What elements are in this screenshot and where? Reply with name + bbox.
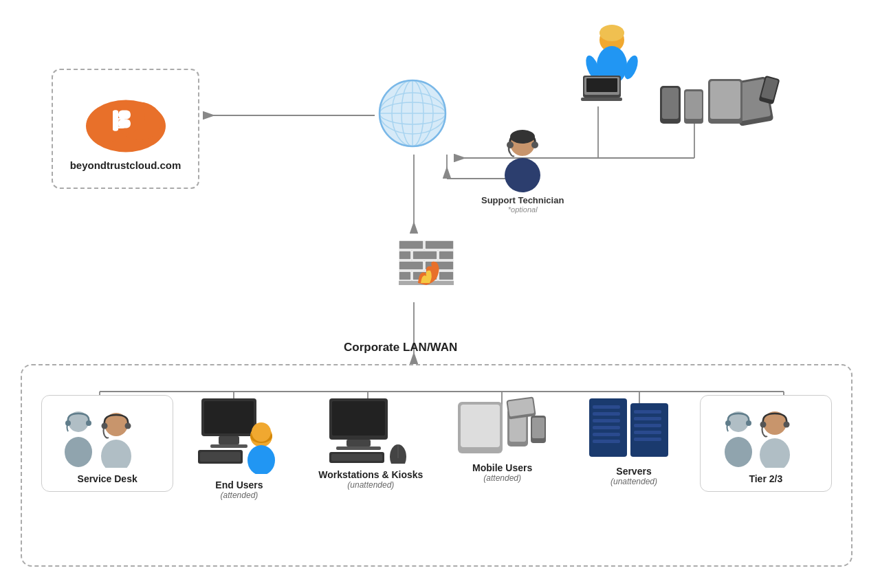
end-users-icon xyxy=(198,395,280,474)
svg-rect-64 xyxy=(425,240,454,249)
devices-wrap xyxy=(660,76,784,140)
beyondtrust-label: beyondtrustcloud.com xyxy=(70,159,182,171)
svg-point-127 xyxy=(783,422,789,428)
servers-label: Servers xyxy=(616,466,651,477)
svg-rect-70 xyxy=(399,271,411,280)
cloud-icon: B xyxy=(81,87,170,155)
diagram-container: B beyondtrustcloud.com xyxy=(0,0,880,588)
svg-rect-93 xyxy=(346,440,371,446)
node-service-desk: Service Desk xyxy=(41,395,173,492)
svg-rect-111 xyxy=(593,426,620,429)
svg-rect-94 xyxy=(336,446,381,450)
svg-rect-118 xyxy=(634,431,661,434)
svg-rect-82 xyxy=(204,401,254,433)
node-end-users: End Users (attended) xyxy=(173,395,305,500)
svg-point-87 xyxy=(252,422,271,442)
support-tech-sublabel: *optional xyxy=(508,205,538,214)
svg-rect-100 xyxy=(461,405,500,447)
beyondtrust-box: B beyondtrustcloud.com xyxy=(52,69,199,189)
firewall-wrap xyxy=(392,234,461,302)
svg-point-78 xyxy=(101,440,131,468)
servers-sublabel: (unattended) xyxy=(610,477,657,486)
svg-rect-112 xyxy=(593,433,620,436)
devices-icon xyxy=(660,76,784,137)
svg-rect-68 xyxy=(399,261,424,270)
svg-rect-67 xyxy=(439,251,454,260)
svg-point-39 xyxy=(600,25,624,41)
end-users-label: End Users xyxy=(215,479,263,490)
node-tier23: Tier 2/3 xyxy=(700,395,832,492)
svg-point-61 xyxy=(531,142,538,148)
svg-rect-72 xyxy=(439,271,454,280)
node-workstations: Workstations & Kiosks (unattended) xyxy=(305,395,437,490)
svg-rect-119 xyxy=(634,438,661,441)
svg-rect-65 xyxy=(399,251,411,260)
svg-rect-50 xyxy=(710,81,740,119)
svg-rect-113 xyxy=(593,440,620,443)
svg-rect-90 xyxy=(200,452,241,462)
svg-rect-110 xyxy=(593,419,620,422)
svg-rect-63 xyxy=(399,240,424,249)
svg-rect-66 xyxy=(412,251,437,260)
workstations-label: Workstations & Kiosks xyxy=(318,469,423,480)
svg-point-59 xyxy=(505,158,540,192)
svg-point-80 xyxy=(124,423,131,429)
svg-point-88 xyxy=(248,445,275,474)
service-desk-icon xyxy=(54,403,161,468)
svg-rect-83 xyxy=(219,436,239,444)
mobile-users-label: Mobile Users xyxy=(472,462,532,473)
support-tech-icon xyxy=(495,127,550,192)
lan-label: Corporate LAN/WAN xyxy=(344,341,457,354)
globe-icon xyxy=(375,76,450,151)
service-desk-label: Service Desk xyxy=(78,473,138,484)
svg-rect-117 xyxy=(634,424,661,427)
svg-rect-109 xyxy=(593,412,620,416)
firewall-icon xyxy=(392,234,461,302)
svg-rect-84 xyxy=(210,444,248,448)
tier23-label: Tier 2/3 xyxy=(749,473,782,484)
svg-rect-54 xyxy=(685,91,702,119)
svg-rect-115 xyxy=(634,410,661,414)
svg-point-76 xyxy=(86,420,91,426)
svg-rect-92 xyxy=(332,401,385,436)
support-tech-label: Support Technician xyxy=(481,195,564,205)
mobile-users-sublabel: (attended) xyxy=(483,473,521,483)
svg-rect-52 xyxy=(662,88,679,119)
svg-text:B: B xyxy=(116,115,126,132)
remote-user-wrap xyxy=(564,21,639,103)
svg-point-74 xyxy=(65,437,92,467)
remote-user-icon xyxy=(564,21,639,103)
end-users-sublabel: (attended) xyxy=(221,490,258,500)
servers-icon xyxy=(586,395,682,460)
mobile-users-icon xyxy=(458,395,547,457)
svg-rect-96 xyxy=(331,454,382,461)
svg-rect-46 xyxy=(586,78,617,92)
svg-rect-108 xyxy=(593,405,620,409)
svg-point-121 xyxy=(725,437,752,467)
tier23-icon xyxy=(714,403,817,468)
svg-rect-45 xyxy=(581,98,622,101)
svg-point-125 xyxy=(760,438,790,468)
svg-rect-104 xyxy=(532,418,544,438)
node-servers: Servers (unattended) xyxy=(568,395,699,486)
support-tech-wrap: Support Technician *optional xyxy=(481,127,564,214)
svg-point-126 xyxy=(760,422,766,428)
bottom-nodes: Service Desk End Users (attended) xyxy=(21,381,852,500)
node-mobile-users: Mobile Users (attended) xyxy=(437,395,568,483)
workstations-icon xyxy=(326,395,415,464)
workstations-sublabel: (unattended) xyxy=(347,480,394,490)
globe-wrap xyxy=(375,76,450,151)
svg-point-123 xyxy=(746,420,751,426)
svg-rect-116 xyxy=(634,417,661,420)
